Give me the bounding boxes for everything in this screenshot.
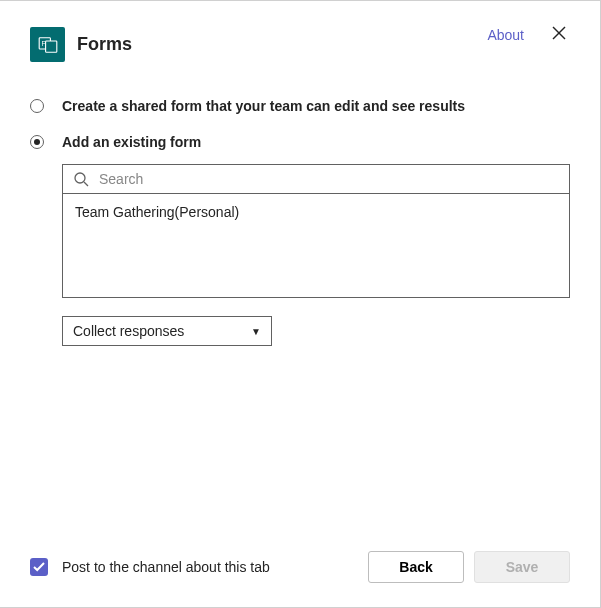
list-item[interactable]: Team Gathering(Personal) — [75, 202, 557, 222]
close-icon — [552, 26, 566, 40]
svg-line-6 — [84, 182, 88, 186]
option-label: Create a shared form that your team can … — [62, 98, 465, 114]
chevron-down-icon: ▼ — [251, 326, 261, 337]
radio-create-shared[interactable] — [30, 99, 44, 113]
dropdown-selected: Collect responses — [73, 323, 184, 339]
option-add-existing[interactable]: Add an existing form — [30, 134, 570, 150]
search-input[interactable] — [97, 170, 559, 188]
search-icon — [73, 171, 89, 187]
dialog-header: F Forms About — [30, 27, 570, 62]
back-button[interactable]: Back — [368, 551, 464, 583]
form-list[interactable]: Team Gathering(Personal) — [62, 194, 570, 298]
svg-rect-1 — [45, 41, 56, 52]
dialog-footer: Post to the channel about this tab Back … — [30, 551, 570, 583]
radio-add-existing[interactable] — [30, 135, 44, 149]
save-button[interactable]: Save — [474, 551, 570, 583]
svg-point-5 — [75, 173, 85, 183]
existing-form-area: Team Gathering(Personal) Collect respons… — [62, 164, 570, 346]
forms-add-tab-dialog: F Forms About Create a shared form that … — [0, 0, 601, 608]
option-label: Add an existing form — [62, 134, 201, 150]
post-to-channel-checkbox[interactable] — [30, 558, 48, 576]
forms-app-icon: F — [30, 27, 65, 62]
post-to-channel-label: Post to the channel about this tab — [62, 559, 358, 575]
action-dropdown[interactable]: Collect responses ▼ — [62, 316, 272, 346]
option-create-shared[interactable]: Create a shared form that your team can … — [30, 98, 570, 114]
about-link[interactable]: About — [487, 27, 524, 43]
close-button[interactable] — [552, 26, 570, 44]
search-box[interactable] — [62, 164, 570, 194]
svg-text:F: F — [41, 39, 45, 46]
check-icon — [33, 562, 45, 572]
dialog-title: Forms — [77, 34, 475, 55]
